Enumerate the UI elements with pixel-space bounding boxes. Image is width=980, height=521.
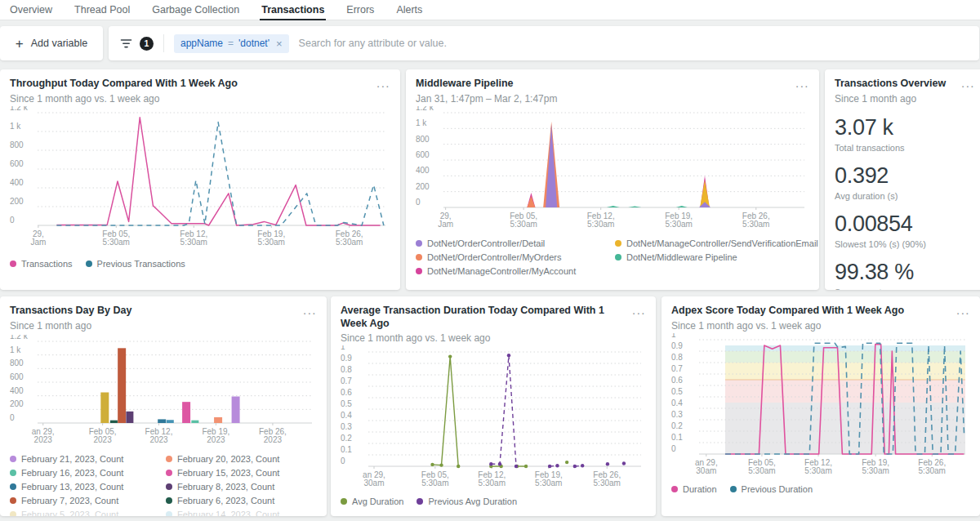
panel-avg-duration: Average Transaction Duration Today Compa… (331, 296, 656, 516)
legend-item[interactable]: DotNet/OrderController/Detail (416, 238, 610, 248)
panel-throughput: Throughput Today Compared With 1 Week Ag… (0, 69, 400, 290)
legend-item[interactable]: February 5, 2023, Count (10, 510, 161, 516)
chip-close-icon[interactable]: × (276, 38, 283, 50)
legend-dot (341, 498, 347, 505)
tab-alerts[interactable]: Alerts (396, 0, 422, 20)
legend-item[interactable]: February 13, 2023, Count (10, 482, 161, 492)
legend-item[interactable]: February 16, 2023, Count (10, 468, 161, 478)
day-by-day-chart[interactable]: 1.2 k1 k8006004002000an 29,2023Feb 05,20… (10, 335, 317, 448)
svg-text:0.1: 0.1 (341, 445, 352, 454)
panel-title: Average Transaction Duration Today Compa… (341, 305, 626, 330)
panel-subtitle: Since 1 month ago vs. 1 week ago (671, 320, 904, 332)
plus-icon: + (16, 37, 24, 51)
legend-label: February 21, 2023, Count (21, 454, 123, 464)
legend-item[interactable]: February 7, 2023, Count (10, 496, 161, 505)
legend-dot (10, 470, 16, 476)
svg-text:0.7: 0.7 (671, 364, 683, 373)
legend-label: February 15, 2023, Count (177, 468, 279, 478)
filter-funnel-icon[interactable] (120, 38, 132, 49)
svg-text:1.2 k: 1.2 k (10, 335, 29, 341)
tab-errors[interactable]: Errors (346, 0, 374, 20)
legend-dot (166, 483, 172, 490)
panel-menu-button[interactable]: ... (296, 305, 317, 313)
metric-label: Slowest 10% (s) (90%) (835, 239, 975, 249)
legend-item[interactable]: February 8, 2023, Count (166, 482, 317, 492)
svg-text:Feb 19,5:30am: Feb 19,5:30am (862, 458, 889, 475)
middleware-chart[interactable]: 1.2 k1 k800600400200029,JamFeb 05,5:30am… (416, 106, 809, 232)
metric-slowest: 0.00854 Slowest 10% (s) (90%) (835, 212, 975, 249)
avg-duration-chart[interactable]: 10.90.80.70.60.50.40.30.20.10an 29,30amF… (341, 345, 646, 491)
legend-item[interactable]: Previous Duration (730, 484, 813, 494)
legend-dot (166, 511, 172, 516)
legend-item[interactable]: DotNet/Middleware Pipeline (615, 252, 809, 262)
legend-dot (671, 486, 678, 492)
legend-item[interactable]: DotNet/OrderController/MyOrders (416, 252, 610, 262)
legend-item[interactable]: February 15, 2023, Count (166, 468, 317, 478)
svg-text:200: 200 (416, 181, 430, 190)
legend-item[interactable]: Transactions (10, 259, 73, 269)
legend-label: DotNet/OrderController/Detail (427, 238, 545, 248)
svg-text:800: 800 (416, 134, 430, 143)
top-nav: Overview Thread Pool Garbage Collection … (0, 0, 980, 20)
legend-item[interactable]: DotNet/ManageController/SendVerification… (615, 238, 809, 248)
svg-text:0.1: 0.1 (671, 433, 683, 442)
search-input[interactable] (297, 37, 968, 50)
day-by-day-legend: February 21, 2023, CountFebruary 16, 202… (10, 454, 317, 516)
legend-dot (10, 497, 16, 504)
add-variable-label: Add variable (31, 38, 88, 49)
panel-menu-button[interactable]: ... (950, 305, 970, 313)
svg-text:1 k: 1 k (10, 122, 21, 131)
svg-text:0.2: 0.2 (671, 421, 683, 430)
panel-title: Middleware Pipeline (416, 78, 557, 91)
chip-operator: = (228, 38, 234, 49)
panel-menu-button[interactable]: ... (789, 78, 809, 86)
legend-dot (615, 240, 621, 247)
panel-menu-button[interactable]: ... (955, 78, 975, 86)
svg-text:0.9: 0.9 (671, 341, 683, 350)
legend-item[interactable]: Previous Transactions (86, 259, 185, 269)
svg-text:29,Jam: 29,Jam (438, 212, 453, 229)
throughput-chart[interactable]: 1.2 k1 k800600400200029,JamFeb 05,5:30am… (10, 106, 390, 250)
legend-label: DotNet/ManageController/MyAccount (427, 266, 576, 276)
svg-text:1.2 k: 1.2 k (416, 106, 434, 112)
legend-item[interactable]: February 6, 2023, Count (166, 496, 317, 505)
tab-thread-pool[interactable]: Thread Pool (74, 0, 130, 20)
tab-overview[interactable]: Overview (10, 0, 52, 20)
legend-dot (416, 240, 422, 247)
legend-item[interactable]: DotNet/ManageController/MyAccount (416, 266, 610, 276)
svg-text:Feb 19,5:30am: Feb 19,5:30am (535, 470, 563, 488)
panel-menu-button[interactable]: ... (626, 305, 646, 313)
panel-title: Adpex Score Today Compared With 1 Week A… (671, 305, 904, 318)
svg-text:1: 1 (671, 333, 676, 339)
filter-chip-appname[interactable]: appName = 'dotnet' × (174, 34, 289, 53)
panel-middleware-pipeline: Middleware Pipeline Jan 31, 1:47pm – Mar… (406, 69, 819, 290)
panel-subtitle: Since 1 month ago vs. 1 week ago (10, 93, 238, 105)
apdex-chart[interactable]: 10.90.80.70.60.50.40.30.20.10an 29,30amF… (671, 333, 970, 479)
legend-item[interactable]: Avg Duration (341, 497, 403, 506)
divider (163, 34, 164, 52)
filter-count-badge: 1 (140, 37, 154, 51)
legend-item[interactable]: February 21, 2023, Count (10, 454, 161, 464)
panel-menu-button[interactable]: ... (370, 78, 390, 86)
svg-text:0.7: 0.7 (341, 376, 352, 385)
legend-item[interactable]: Previous Avg Duration (416, 497, 517, 506)
legend-label: DotNet/Middleware Pipeline (626, 252, 737, 262)
metric-label: Total transactions (835, 143, 975, 153)
svg-text:0: 0 (10, 413, 15, 422)
legend-label: DotNet/OrderController/MyOrders (427, 252, 561, 262)
legend-item[interactable]: Duration (671, 484, 717, 494)
legend-dot (416, 498, 423, 505)
add-variable-button[interactable]: + Add variable (0, 26, 103, 60)
svg-text:0.6: 0.6 (341, 388, 352, 397)
tab-transactions[interactable]: Transactions (261, 0, 324, 20)
tab-garbage-collection[interactable]: Garbage Collection (152, 0, 239, 20)
chip-field: appName (180, 38, 223, 49)
svg-text:Feb 12,5:30am: Feb 12,5:30am (587, 212, 615, 229)
legend-item[interactable]: February 14, 2023, Count (166, 510, 317, 516)
legend-dot (166, 497, 172, 504)
svg-text:Feb 19,5:30am: Feb 19,5:30am (257, 229, 285, 247)
svg-text:Feb 26,5:30am: Feb 26,5:30am (742, 212, 770, 229)
svg-text:Feb 05,5:30am: Feb 05,5:30am (421, 470, 449, 488)
legend-item[interactable]: February 20, 2023, Count (166, 454, 317, 464)
legend-label: Previous Avg Duration (428, 497, 517, 506)
